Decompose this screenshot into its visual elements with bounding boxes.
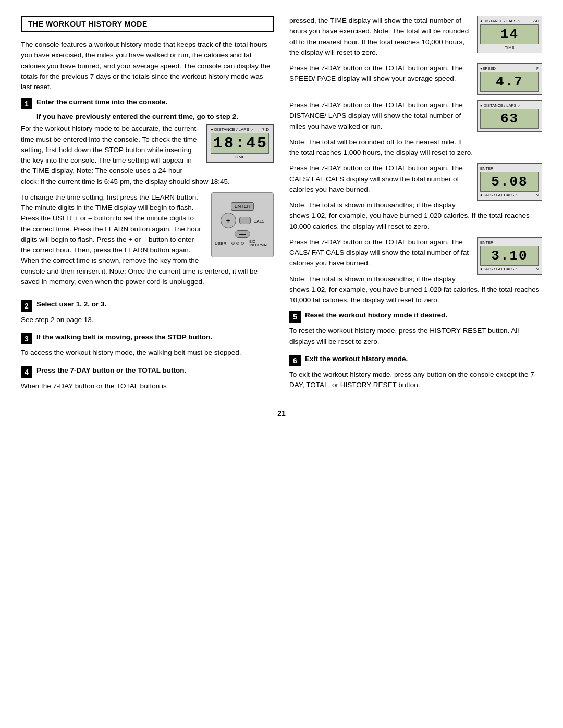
time-panel-top: ● DISTANCE / LAPS ○ 7-D	[480, 19, 539, 23]
step-1-header: 1 Enter the current time into the consol…	[21, 97, 274, 109]
control-panel-illustration: ENTER + CALS — USER	[211, 192, 274, 257]
speed-panel-label: ●SPEED	[480, 66, 496, 71]
right-speed-section: ●SPEED P 4.7 Press the 7-DAY button or t…	[289, 63, 542, 100]
fatcals-panel-bottom: ●CALS / FAT CALS ○ M	[480, 267, 539, 272]
cals-panel-enter: ENTER	[480, 166, 493, 171]
time-display-panel-14: ● DISTANCE / LAPS ○ 7-D 14 TIME	[477, 16, 542, 53]
section-title: THE WORKOUT HISTORY MODE	[28, 20, 148, 28]
speed-panel-p: P	[536, 66, 539, 71]
fatcals-panel-enter: ENTER	[480, 240, 493, 245]
right-column: ● DISTANCE / LAPS ○ 7-D 14 TIME pressed,…	[289, 16, 542, 399]
cals-panel-top: ENTER	[480, 166, 539, 171]
step-2-body: See step 2 on page 13.	[21, 315, 274, 325]
step-4-title: Press the 7-DAY button or the TOTAL butt…	[36, 366, 186, 376]
step-2-block: 2 Select user 1, 2, or 3. See step 2 on …	[21, 300, 274, 325]
dot-3	[241, 242, 244, 245]
distance-panel-top: ● DISTANCE / LAPS ○	[480, 103, 539, 108]
panel-7d-label: 7-D	[262, 127, 269, 132]
cals-display-panel: ENTER 5.08 ●CALS / FAT CALS ○ M	[477, 163, 542, 201]
step-1-subtitle: If you have previously entered the curre…	[36, 113, 274, 120]
cals-panel-bottom-left: ●CALS / FAT CALS ○	[480, 193, 518, 198]
panel-screen-1845: 18:45	[211, 133, 269, 154]
step-3-number: 3	[21, 333, 32, 344]
fatcals-panel-m: M	[536, 267, 539, 272]
step-2-header: 2 Select user 1, 2, or 3.	[21, 300, 274, 312]
step-1-block: 1 Enter the current time into the consol…	[21, 97, 274, 292]
time-panel-distance-label: ● DISTANCE / LAPS ○	[480, 19, 520, 23]
step-6-number: 6	[289, 355, 301, 366]
step-5-block: 5 Reset the workout history mode if desi…	[289, 311, 542, 347]
ctrl-user-row: USER BIO INFORMAT	[215, 240, 270, 247]
fatcals-display-panel: ENTER 3.10 ●CALS / FAT CALS ○ M	[477, 237, 542, 275]
fatcals-panel-bottom-left: ●CALS / FAT CALS ○	[480, 267, 518, 272]
step-2-title: Select user 1, 2, or 3.	[36, 300, 106, 310]
dot-2	[236, 242, 239, 245]
press-distance-note: Note: The total will be rounded off to t…	[289, 137, 542, 158]
speed-panel-screen: 4.7	[480, 72, 539, 92]
page-number: 21	[21, 409, 542, 417]
cals-panel-screen: 5.08	[480, 172, 539, 192]
distance-panel-screen: 63	[480, 109, 539, 129]
step-4-header: 4 Press the 7-DAY button or the TOTAL bu…	[21, 366, 274, 378]
step-5-header: 5 Reset the workout history mode if desi…	[289, 311, 542, 323]
cals-panel-bottom: ●CALS / FAT CALS ○ M	[480, 193, 539, 198]
step-3-title: If the walking belt is moving, press the…	[36, 332, 212, 342]
step-6-header: 6 Exit the workout history mode.	[289, 354, 542, 366]
time-display-panel-1845: ● DISTANCE / LAPS ○ 7-D 18:45 TIME	[206, 124, 274, 163]
step-3-header: 3 If the walking belt is moving, press t…	[21, 332, 274, 344]
right-distance-section: ● DISTANCE / LAPS ○ 63 Press the 7-DAY b…	[289, 100, 542, 163]
user-label-illustration: USER	[215, 241, 226, 246]
step-3-block: 3 If the walking belt is moving, press t…	[21, 332, 274, 358]
step-5-number: 5	[289, 311, 301, 323]
time-panel-7d: 7-D	[533, 19, 539, 23]
dot-1	[231, 242, 235, 245]
panel-time-label: TIME	[211, 155, 269, 159]
minus-button-illustration: —	[235, 230, 250, 238]
side-button-illustration	[239, 217, 251, 224]
step-6-block: 6 Exit the workout history mode. To exit…	[289, 354, 542, 391]
cals-label-illustration: CALS	[254, 219, 265, 224]
step-2-number: 2	[21, 300, 32, 312]
time-panel-time-label: TIME	[480, 45, 539, 50]
step-1-number: 1	[21, 98, 32, 109]
ctrl-minus-row: —	[235, 230, 250, 238]
step-4-number: 4	[21, 366, 32, 378]
user-dots	[231, 242, 244, 245]
step-1-body-section: ● DISTANCE / LAPS ○ 7-D 18:45 TIME For t…	[21, 124, 274, 192]
step-6-body: To exit the workout history mode, press …	[289, 369, 542, 391]
control-panel-figure: ENTER + CALS — USER	[211, 192, 274, 257]
step-5-title: Reset the workout history mode if desire…	[305, 311, 447, 320]
step-6-title: Exit the workout history mode.	[305, 354, 408, 364]
cals-panel-m: M	[536, 193, 539, 198]
enter-button-illustration: ENTER	[231, 202, 254, 211]
speed-display-panel: ●SPEED P 4.7	[477, 63, 542, 95]
distance-display-panel: ● DISTANCE / LAPS ○ 63	[477, 100, 542, 132]
plus-button-illustration: +	[221, 213, 236, 228]
step-4-body: When the 7-DAY button or the TOTAL butto…	[21, 381, 274, 391]
right-cals-section: ENTER 5.08 ●CALS / FAT CALS ○ M Press th…	[289, 163, 542, 237]
step-5-body: To reset the workout history mode, press…	[289, 326, 542, 347]
press-cals-note: Note: The total is shown in thousandths;…	[289, 200, 542, 232]
panel-top-1845: ● DISTANCE / LAPS ○ 7-D	[211, 127, 269, 132]
fatcals-panel-top: ENTER	[480, 240, 539, 245]
left-column: THE WORKOUT HISTORY MODE The console fea…	[21, 16, 274, 399]
section-header-box: THE WORKOUT HISTORY MODE	[21, 16, 274, 32]
step-1-body2-section: ENTER + CALS — USER	[21, 192, 274, 292]
bio-informat-label: BIO INFORMAT	[249, 240, 270, 247]
display-18-45-figure: ● DISTANCE / LAPS ○ 7-D 18:45 TIME	[206, 124, 274, 163]
right-time-section: ● DISTANCE / LAPS ○ 7-D 14 TIME pressed,…	[289, 16, 542, 63]
speed-panel-top: ●SPEED P	[480, 66, 539, 71]
step-3-body: To access the workout history mode, the …	[21, 348, 274, 358]
time-panel-screen-14: 14	[480, 24, 539, 44]
intro-paragraph: The console features a workout history m…	[21, 40, 274, 92]
distance-panel-label: ● DISTANCE / LAPS ○	[480, 103, 520, 108]
press-fatcals-note: Note: The total is shown in thousandths;…	[289, 274, 542, 306]
page-container: THE WORKOUT HISTORY MODE The console fea…	[21, 16, 542, 399]
right-fatcals-section: ENTER 3.10 ●CALS / FAT CALS ○ M Press th…	[289, 237, 542, 311]
fatcals-panel-screen: 3.10	[480, 246, 539, 266]
panel-distance-laps-label: ● DISTANCE / LAPS ○	[211, 127, 253, 132]
step-1-title: Enter the current time into the console.	[36, 97, 167, 107]
step-4-block: 4 Press the 7-DAY button or the TOTAL bu…	[21, 366, 274, 391]
ctrl-plus-minus-row: + CALS	[221, 213, 265, 228]
